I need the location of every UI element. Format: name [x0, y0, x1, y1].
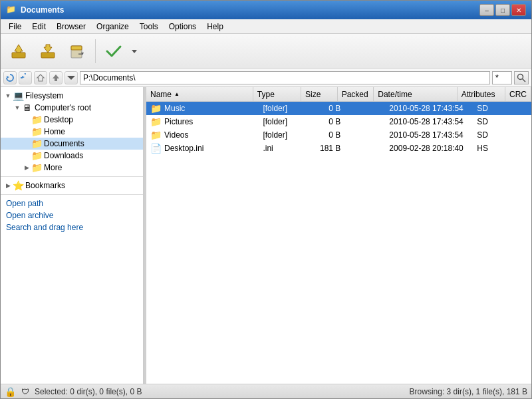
- search-drag-action[interactable]: Search and drag here: [1, 221, 143, 233]
- up-button[interactable]: [49, 71, 63, 84]
- home-icon: 📁: [31, 126, 42, 137]
- col-header-datetime[interactable]: Date/time: [374, 87, 457, 101]
- file-crc-desktopini: [523, 148, 531, 149]
- sidebar-item-computers-root[interactable]: ▼ 🖥 Computer's root: [1, 102, 143, 114]
- status-bar: 🔒 🛡 Selected: 0 dir(s), 0 file(s), 0 B B…: [1, 384, 531, 398]
- sidebar-item-documents[interactable]: ▶ 📁 Documents: [1, 138, 143, 150]
- file-datetime-pictures: 2010-05-28 17:43:54: [385, 116, 473, 127]
- open-path-action[interactable]: Open path: [1, 198, 143, 209]
- home-button[interactable]: [34, 71, 47, 84]
- col-header-size[interactable]: Size: [301, 87, 338, 101]
- menu-file[interactable]: File: [3, 21, 27, 33]
- svg-marker-12: [53, 74, 59, 81]
- file-datetime-desktopini: 2009-02-28 20:18:40: [385, 143, 473, 154]
- sidebar: ▼ 💻 Filesystem ▼ 🖥 Computer's root ▶ 📁 D…: [1, 87, 144, 384]
- file-crc-videos: [523, 134, 531, 136]
- col-header-name[interactable]: Name ▲: [146, 87, 253, 101]
- search-button[interactable]: [514, 71, 529, 84]
- up-icon: [51, 73, 61, 82]
- sort-arrow-name: ▲: [174, 91, 180, 97]
- download-icon: [39, 42, 57, 61]
- sidebar-item-home[interactable]: ▶ 📁 Home: [1, 126, 143, 138]
- svg-marker-11: [37, 74, 44, 81]
- search-icon: [517, 73, 526, 82]
- documents-label: Documents: [44, 139, 84, 148]
- window-title: Documents: [21, 5, 64, 15]
- menu-organize[interactable]: Organize: [91, 21, 134, 33]
- computers-root-icon: 🖥: [22, 102, 33, 113]
- open-archive-action[interactable]: Open archive: [1, 209, 143, 221]
- address-input[interactable]: [80, 71, 490, 84]
- toolbar-separator-1: [95, 39, 96, 63]
- file-size-desktopini: 181 B: [309, 143, 347, 154]
- file-crc-pictures: [523, 121, 531, 122]
- address-bar: [1, 68, 531, 87]
- file-packed-pictures: [347, 121, 385, 122]
- table-row[interactable]: 📁 Music [folder] 0 B 2010-05-28 17:43:54…: [146, 102, 531, 115]
- file-size-pictures: 0 B: [309, 116, 347, 127]
- col-header-crc[interactable]: CRC: [505, 87, 531, 101]
- table-row[interactable]: 📁 Videos [folder] 0 B 2010-05-28 17:43:5…: [146, 128, 531, 142]
- file-datetime-music: 2010-05-28 17:43:54: [385, 103, 473, 114]
- file-list-header: Name ▲ Type Size Packed Date/time Attrib…: [146, 87, 531, 102]
- sidebar-item-filesystem[interactable]: ▼ 💻 Filesystem: [1, 90, 143, 102]
- extract-button[interactable]: [63, 37, 91, 66]
- nav-history-button[interactable]: [65, 71, 78, 84]
- menu-options[interactable]: Options: [164, 21, 201, 33]
- svg-marker-1: [15, 45, 23, 53]
- svg-marker-10: [22, 76, 25, 78]
- expand-more[interactable]: ▶: [22, 163, 31, 172]
- file-datetime-videos: 2010-05-28 17:43:54: [385, 130, 473, 140]
- sidebar-item-bookmarks[interactable]: ▶ ⭐ Bookmarks: [1, 180, 143, 192]
- file-attr-music: SD: [473, 103, 523, 114]
- computers-root-label: Computer's root: [35, 103, 91, 112]
- file-crc-music: [523, 108, 531, 109]
- title-bar-controls: – □ ✕: [479, 4, 526, 16]
- file-size-videos: 0 B: [309, 130, 347, 140]
- close-button[interactable]: ✕: [511, 4, 526, 16]
- col-header-packed[interactable]: Packed: [338, 87, 374, 101]
- file-attr-videos: SD: [473, 130, 523, 140]
- table-row[interactable]: 📄 Desktop.ini .ini 181 B 2009-02-28 20:1…: [146, 142, 531, 155]
- home-icon: [36, 73, 45, 82]
- file-name-videos: 📁 Videos: [146, 129, 259, 141]
- sidebar-item-downloads[interactable]: ▶ 📁 Downloads: [1, 150, 143, 162]
- title-bar-left: 📁 Documents: [6, 5, 64, 15]
- svg-rect-7: [78, 53, 82, 55]
- sidebar-item-desktop[interactable]: ▶ 📁 Desktop: [1, 114, 143, 126]
- svg-point-14: [518, 74, 523, 79]
- expand-bookmarks[interactable]: ▶: [3, 181, 13, 190]
- svg-marker-9: [7, 76, 9, 78]
- sidebar-divider-1: [1, 176, 143, 177]
- check-dropdown-button[interactable]: [129, 37, 140, 66]
- menu-help[interactable]: Help: [201, 21, 229, 33]
- check-button[interactable]: [100, 37, 128, 66]
- bookmarks-label: Bookmarks: [25, 181, 65, 190]
- svg-marker-3: [44, 45, 52, 53]
- maximize-button[interactable]: □: [495, 4, 510, 16]
- more-icon: 📁: [31, 162, 42, 173]
- col-header-type[interactable]: Type: [253, 87, 301, 101]
- expand-computers-root[interactable]: ▼: [13, 103, 22, 112]
- download-button[interactable]: [34, 37, 62, 66]
- menu-edit[interactable]: Edit: [27, 21, 51, 33]
- filter-input[interactable]: [492, 71, 512, 84]
- file-attr-desktopini: HS: [473, 143, 523, 154]
- upload-button[interactable]: [5, 37, 33, 66]
- minimize-button[interactable]: –: [479, 4, 494, 16]
- toolbar: [1, 34, 531, 68]
- window-icon: 📁: [6, 5, 17, 15]
- menu-tools[interactable]: Tools: [134, 21, 164, 33]
- desktop-icon: 📁: [31, 114, 42, 125]
- folder-icon-pictures: 📁: [150, 116, 162, 127]
- menu-browser[interactable]: Browser: [51, 21, 91, 33]
- back-button[interactable]: [19, 71, 32, 84]
- refresh-button[interactable]: [3, 71, 17, 84]
- sidebar-item-more[interactable]: ▶ 📁 More: [1, 162, 143, 174]
- title-bar: 📁 Documents – □ ✕: [1, 1, 531, 19]
- filesystem-icon: 💻: [13, 90, 23, 101]
- table-row[interactable]: 📁 Pictures [folder] 0 B 2010-05-28 17:43…: [146, 115, 531, 128]
- col-header-attributes[interactable]: Attributes: [458, 87, 505, 101]
- check-icon: [104, 42, 123, 61]
- expand-filesystem[interactable]: ▼: [3, 91, 13, 100]
